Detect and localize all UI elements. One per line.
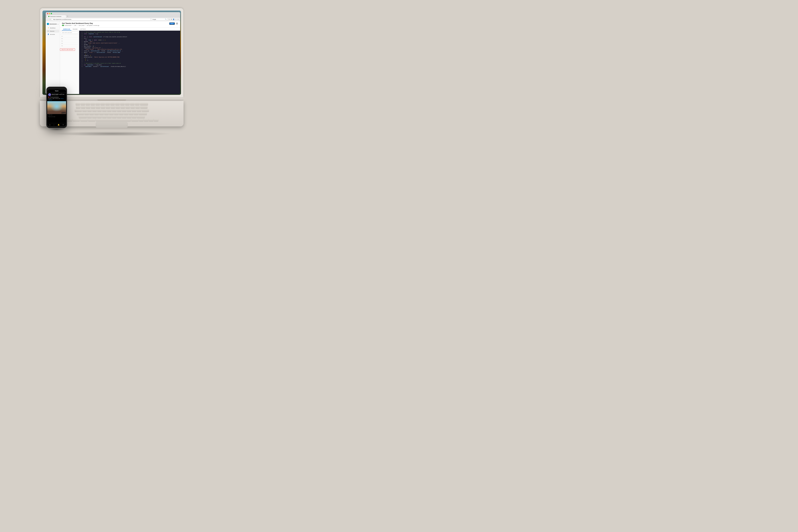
phone-shadow xyxy=(49,128,65,131)
key-f7 xyxy=(110,103,115,105)
minimize-button[interactable] xyxy=(49,13,50,14)
traffic-lights xyxy=(47,13,179,14)
phone-nav-home[interactable]: ⌂ xyxy=(50,124,51,126)
tweet-hashtag-lebanon[interactable]: #lebanon xyxy=(48,99,52,100)
key-3 xyxy=(91,106,95,109)
share-button[interactable]: Share xyxy=(169,22,175,25)
profile-icon[interactable]: 👤 xyxy=(173,19,174,20)
code-line-53: 53 Authorization: 'Bearer ${process.env.… xyxy=(80,57,179,58)
code-comment-1: // We'll store each response and return … xyxy=(84,32,120,33)
step-item-5[interactable]: $4s xyxy=(61,45,78,47)
tweet-avatar xyxy=(48,93,51,96)
search-bar[interactable]: Google 🔍 xyxy=(151,18,167,20)
status-badge: ● xyxy=(62,25,64,26)
key-f6 xyxy=(105,103,110,105)
key-2 xyxy=(86,106,90,109)
phone-nav-messages[interactable]: ✉ xyxy=(62,124,64,126)
download-icon[interactable]: ⬇ xyxy=(171,19,172,20)
tweet-views: 1,485 views xyxy=(48,114,52,115)
key-comma xyxy=(122,116,127,118)
phone: ← Tweet Nawal El Zoghbi • مواز الزغبي ♬ … xyxy=(46,87,67,128)
key-p xyxy=(127,109,131,112)
twitter-header: ← Tweet xyxy=(47,90,66,92)
key-f1 xyxy=(81,103,85,105)
key-down xyxy=(149,119,153,121)
key-rshift xyxy=(137,116,145,118)
key-esc xyxy=(76,103,80,105)
key-t xyxy=(102,109,107,112)
panel-search: Type search past jobs xyxy=(60,31,79,35)
browser-chrome: Danmission Sentiment + xyxy=(46,12,180,18)
code-line-50: 50 query: "from:" + twitterAccount.field… xyxy=(80,52,179,54)
key-equals xyxy=(135,106,140,109)
menu-icon[interactable]: ≡ xyxy=(177,19,179,20)
phone-nav-search[interactable]: ⌕ xyxy=(54,124,54,126)
back-nav[interactable]: ‹ xyxy=(47,19,48,20)
phone-nav: ⌂ ⌕ 🔔 ✉ xyxy=(47,123,66,126)
hamburger-menu[interactable] xyxy=(176,22,178,24)
tab-title: Danmission Sentiment xyxy=(50,16,61,17)
step-item-4[interactable]: $4s xyxy=(61,42,78,45)
key-n xyxy=(112,116,116,118)
key-space xyxy=(96,119,131,121)
tweet-actions: Tweet your reply xyxy=(47,116,66,118)
key-8 xyxy=(116,106,120,109)
key-cmd-right xyxy=(131,119,138,121)
browser-window: Danmission Sentiment + ‹ › ↻ xyxy=(46,12,180,94)
left-panel: Type search past jobs $1s xyxy=(60,31,79,94)
home-icon[interactable]: ⌂ xyxy=(175,19,177,20)
tab-workflow[interactable]: WORKFLOW xyxy=(62,28,71,31)
sidebar-item-workflows[interactable]: ⚡ Workflows xyxy=(46,26,59,30)
code-line-44: 44 url: 'https://api.twitter.com/2/tweet… xyxy=(80,42,179,44)
key-up xyxy=(144,119,148,121)
code-line-45: 45 params: { xyxy=(80,44,179,46)
sidebar-brand: Danmission xyxy=(50,23,57,25)
two-panel: Type search past jobs $1s xyxy=(60,31,180,94)
key-f12 xyxy=(135,103,139,105)
code-line-43: 43 method: "GET", xyxy=(80,41,179,43)
code-line-46: 46 max_results: 40, xyxy=(80,46,179,47)
back-button[interactable]: ← xyxy=(49,90,50,92)
key-f2 xyxy=(86,103,90,105)
key-f xyxy=(99,112,104,115)
maximize-button[interactable] xyxy=(51,13,52,14)
key-g xyxy=(104,112,109,115)
tab-favicon xyxy=(48,16,50,17)
delete-job-history-button[interactable]: DELETE JOB HISTORY xyxy=(60,49,75,51)
new-tab-button[interactable]: + xyxy=(66,15,69,17)
tweet-handle: @NawalElZoghbi xyxy=(52,95,65,96)
laptop-screen-outer: Danmission Sentiment + ‹ › ↻ xyxy=(40,8,184,97)
key-j xyxy=(114,112,119,115)
phone-nav-notifications[interactable]: 🔔 xyxy=(58,124,59,126)
scene: ← Tweet Nawal El Zoghbi • مواز الزغبي ♬ … xyxy=(0,0,224,149)
menu-line-2 xyxy=(176,23,178,24)
sidebar-sources-label: Sources xyxy=(50,31,54,32)
forward-nav[interactable]: › xyxy=(49,19,49,20)
code-line-56: 56 xyxy=(80,61,179,63)
sidebar-chevron: ⌄ xyxy=(57,23,59,25)
sidebar-item-accounts[interactable]: 👤 Accounts xyxy=(46,33,59,36)
code-line-38: 38 const responses = []; xyxy=(80,33,179,35)
tweet-hashtag-beirut[interactable]: #beirut xyxy=(61,98,63,99)
key-e xyxy=(92,109,97,112)
browser-tab-active[interactable]: Danmission Sentiment xyxy=(47,15,66,18)
bookmark-icon[interactable]: ☆ xyxy=(168,19,170,20)
refresh-nav[interactable]: ↻ xyxy=(50,19,51,20)
sidebar-item-sources[interactable]: ◎ Sources xyxy=(46,30,59,33)
key-f11 xyxy=(130,103,135,105)
step-item-3[interactable]: $1s xyxy=(61,40,78,42)
tab-settings[interactable]: SETTINGS xyxy=(79,28,87,31)
search-placeholder: Type search past jobs xyxy=(62,32,72,33)
key-s xyxy=(89,112,94,115)
trackpad[interactable] xyxy=(96,122,128,128)
tab-readme[interactable]: README xyxy=(72,28,79,31)
key-6 xyxy=(106,106,110,109)
step-item-1[interactable]: $1s xyxy=(61,35,78,38)
job-search-input[interactable]: Type search past jobs xyxy=(61,32,78,34)
address-bar[interactable]: https://pipedream.com/@Danmission xyxy=(52,19,151,20)
step-item-2[interactable]: $8s xyxy=(61,38,78,40)
close-button[interactable] xyxy=(47,13,48,14)
code-line-42: 42 let resp = await axios({ xyxy=(80,39,179,41)
tweet-reply-label[interactable]: Tweet your reply xyxy=(48,116,55,117)
main-content: Get Tweets And Sentiment Every Day ● @Da… xyxy=(60,21,180,94)
